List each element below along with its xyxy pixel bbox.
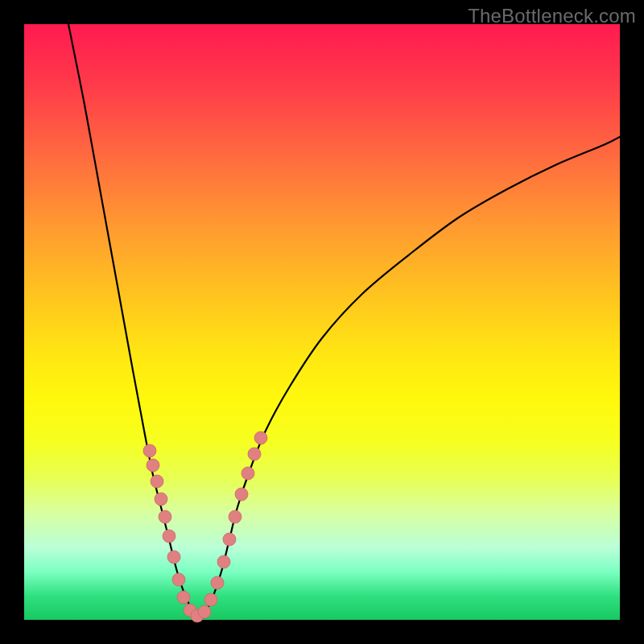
bottleneck-curve (68, 24, 620, 616)
data-marker (235, 488, 248, 501)
data-marker (211, 576, 224, 589)
data-marker (159, 510, 171, 523)
data-marker (254, 431, 267, 444)
data-marker (242, 467, 254, 480)
chart-svg (24, 24, 620, 620)
data-marker (223, 533, 236, 546)
data-marker (163, 530, 175, 543)
data-marker (155, 493, 167, 506)
data-marker (143, 444, 156, 457)
chart-frame: TheBottleneck.com (0, 0, 644, 644)
data-marker (167, 551, 180, 564)
data-marker (151, 475, 163, 488)
watermark-text: TheBottleneck.com (468, 5, 636, 27)
plot-area (24, 24, 620, 620)
data-marker (204, 593, 217, 606)
data-markers-group (143, 431, 267, 622)
data-marker (217, 555, 230, 568)
data-marker (147, 459, 159, 472)
data-marker (248, 448, 261, 460)
data-marker (229, 510, 242, 523)
data-marker (198, 605, 211, 618)
data-marker (177, 591, 190, 604)
data-marker (172, 573, 185, 586)
